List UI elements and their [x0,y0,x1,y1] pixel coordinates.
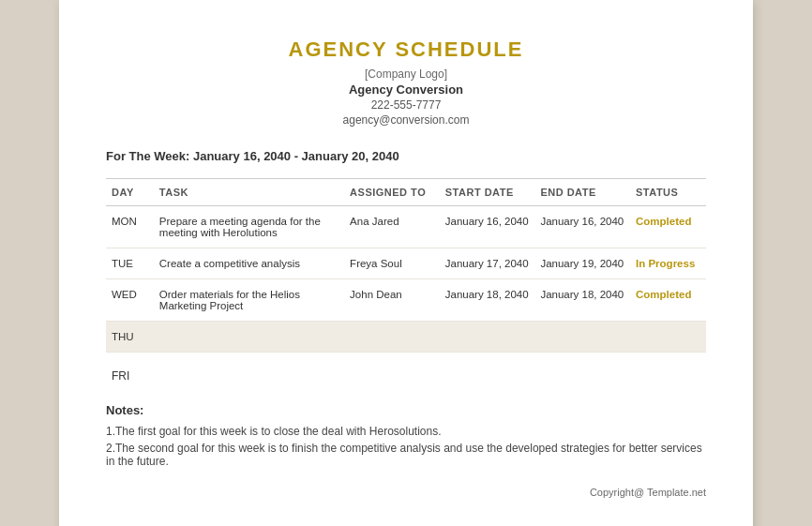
cell-status: Completed [630,206,706,248]
notes-section: Notes: 1.The first goal for this week is… [106,403,706,468]
cell-start: January 16, 2040 [440,206,535,248]
header: AGENCY SCHEDULE [Company Logo] Agency Co… [106,38,706,127]
notes-container: 1.The first goal for this week is to clo… [106,425,706,468]
footer-text: Copyright@ Template.net [590,487,706,498]
col-header-day: DAY [106,179,154,206]
cell-status [630,322,706,353]
footer: Copyright@ Template.net [106,487,706,498]
table-row: MON Prepare a meeting agenda for the mee… [106,206,706,248]
note-item: 2.The second goal for this week is to fi… [106,442,706,468]
col-header-status: STATUS [630,179,706,206]
week-range: January 16, 2040 - January 20, 2040 [193,149,399,163]
table-header-row: DAY TASK ASSIGNED TO START DATE END DATE… [106,179,706,206]
fri-row: FRI [106,362,706,390]
note-item: 1.The first goal for this week is to clo… [106,425,706,438]
table-row: THU [106,322,706,353]
cell-task: Create a competitive analysis [154,248,344,279]
cell-end: January 18, 2040 [534,279,630,322]
cell-end [534,322,630,353]
company-email: agency@conversion.com [106,113,706,127]
cell-day: THU [106,322,154,353]
cell-start: January 18, 2040 [440,279,535,322]
cell-day: WED [106,279,154,322]
cell-start [440,322,535,353]
cell-status: In Progress [630,248,706,279]
company-name: Agency Conversion [106,83,706,97]
cell-day: MON [106,206,154,248]
logo-placeholder: [Company Logo] [106,68,706,81]
col-header-start: START DATE [440,179,535,206]
cell-day: TUE [106,248,154,279]
cell-end: January 16, 2040 [534,206,630,248]
page-title: AGENCY SCHEDULE [106,38,706,62]
table-row: TUE Create a competitive analysis Freya … [106,248,706,279]
cell-assigned: Freya Soul [344,248,440,279]
page-container: AGENCY SCHEDULE [Company Logo] Agency Co… [59,0,753,526]
notes-title: Notes: [106,403,706,417]
cell-end: January 19, 2040 [534,248,630,279]
cell-status: Completed [630,279,706,322]
company-phone: 222-555-7777 [106,98,706,112]
schedule-table: DAY TASK ASSIGNED TO START DATE END DATE… [106,178,706,353]
week-label-text: For The Week: [106,149,189,163]
cell-task [154,322,344,353]
week-label: For The Week: January 16, 2040 - January… [106,149,706,163]
col-header-assigned: ASSIGNED TO [344,179,440,206]
cell-task: Order materials for the Helios Marketing… [154,279,344,322]
cell-start: January 17, 2040 [440,248,535,279]
cell-task: Prepare a meeting agenda for the meeting… [154,206,344,248]
col-header-task: TASK [154,179,344,206]
col-header-end: END DATE [534,179,630,206]
cell-assigned: John Dean [344,279,440,322]
cell-assigned: Ana Jared [344,206,440,248]
fri-label: FRI [112,369,129,383]
table-row: WED Order materials for the Helios Marke… [106,279,706,322]
cell-assigned [344,322,440,353]
